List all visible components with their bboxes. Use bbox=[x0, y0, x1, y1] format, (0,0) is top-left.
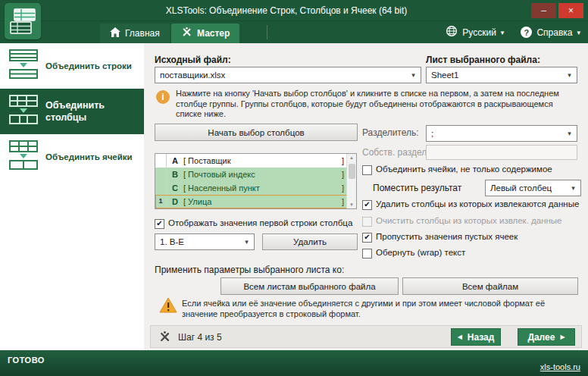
checkbox-merge-cells[interactable]: ✔ Объединить ячейки, не только содержимо… bbox=[362, 164, 552, 175]
next-button[interactable]: Далее ▶ bbox=[518, 328, 575, 346]
chevron-down-icon: ▾ bbox=[577, 29, 580, 36]
checkbox-clear-columns: ✔ Очистить столбцы из которых извлек. да… bbox=[362, 216, 562, 227]
column-letter: D bbox=[167, 197, 183, 206]
merge-rows-icon bbox=[8, 49, 39, 83]
checkbox-box: ✔ bbox=[362, 233, 372, 243]
checkbox-box: ✔ bbox=[362, 165, 372, 175]
globe-icon bbox=[446, 25, 458, 39]
home-icon bbox=[110, 27, 120, 39]
column-bracket: ] bbox=[342, 183, 344, 193]
nav-separator bbox=[267, 25, 267, 39]
scroll-up-icon[interactable]: ▲ bbox=[347, 154, 356, 161]
checkbox-box: ✔ bbox=[362, 200, 372, 210]
columns-scrollbar[interactable]: ▲ ▼ bbox=[346, 154, 356, 208]
warning-text: Если ячейка или её значение объединяется… bbox=[182, 299, 579, 319]
merge-columns-icon bbox=[8, 95, 39, 128]
scrollbar-thumb[interactable] bbox=[349, 164, 355, 179]
checkbox-box: ✔ bbox=[362, 249, 372, 258]
tab-home[interactable]: Главная bbox=[100, 24, 170, 43]
place-result-select[interactable]: Левый столбец ▾ bbox=[485, 180, 581, 196]
delete-group-button[interactable]: Удалить bbox=[262, 233, 358, 250]
status-text: ГОТОВО bbox=[8, 356, 45, 365]
source-file-select[interactable]: поставщики.xlsx ▾ bbox=[155, 67, 421, 83]
window-title: XLSTools: Объединение Строк, Столбцов и … bbox=[45, 5, 527, 16]
sheet-value: Sheet1 bbox=[431, 70, 565, 80]
checkbox-skip-empty[interactable]: ✔ Пропустить значения пустых ячеек bbox=[362, 232, 518, 243]
row-gutter bbox=[155, 168, 167, 181]
sheet-select[interactable]: Sheet1 ▾ bbox=[426, 67, 577, 83]
sidebar-item-merge-rows[interactable]: Объединить строки bbox=[0, 43, 144, 89]
website-link[interactable]: xls-tools.ru bbox=[540, 362, 580, 371]
minimize-button[interactable]: – bbox=[531, 3, 556, 18]
column-row-a[interactable]: A [ Поставщик ] bbox=[155, 154, 356, 168]
column-letter: B bbox=[167, 170, 183, 179]
custom-separator-input[interactable] bbox=[426, 145, 577, 160]
sidebar-item-merge-cells[interactable]: Объединить ячейки bbox=[0, 134, 144, 180]
separator-label: Разделитель: bbox=[362, 127, 419, 138]
language-selector[interactable]: Русский ▾ bbox=[446, 25, 504, 39]
checkbox-show-first-row[interactable]: ✔ Отображать значения первой строки стол… bbox=[155, 218, 352, 229]
tab-home-label: Главная bbox=[125, 28, 160, 39]
back-label: Назад bbox=[468, 332, 495, 343]
apply-all-files-button[interactable]: Всем файлам bbox=[402, 277, 578, 295]
chevron-down-icon: ▾ bbox=[501, 29, 505, 36]
chevron-down-icon: ▾ bbox=[242, 238, 252, 246]
help-menu[interactable]: ? Справка ▾ bbox=[521, 27, 580, 38]
place-result-label: Поместить результат bbox=[373, 183, 461, 193]
checkbox-label: Отображать значения первой строки столбц… bbox=[168, 218, 352, 227]
column-row-c[interactable]: C [ Населенный пункт ] bbox=[155, 181, 356, 195]
column-value: [ Поставщик bbox=[183, 156, 342, 165]
scroll-down-icon[interactable]: ▼ bbox=[347, 201, 356, 208]
columns-list: A [ Поставщик ] B [ Почтовый индекс ] C … bbox=[155, 153, 357, 209]
tab-master[interactable]: Мастер bbox=[171, 24, 239, 43]
info-icon: i bbox=[156, 90, 170, 104]
app-logo-icon bbox=[5, 3, 41, 39]
chevron-down-icon: ▾ bbox=[565, 71, 574, 79]
back-button[interactable]: ◀ Назад bbox=[451, 328, 501, 346]
close-button[interactable]: × bbox=[558, 3, 583, 18]
column-row-d[interactable]: 1 D [ Улица ] bbox=[155, 195, 356, 208]
chevron-down-icon: ▾ bbox=[408, 71, 418, 79]
language-label: Русский bbox=[462, 27, 496, 38]
wizard-footer: Шаг 4 из 5 ◀ Назад Далее ▶ bbox=[150, 325, 582, 348]
navbar: Главная Мастер bbox=[0, 21, 588, 43]
checkbox-label: Объединить ячейки, не только содержимое bbox=[376, 164, 552, 174]
column-bracket: ] bbox=[342, 197, 344, 206]
checkbox-wrap-text[interactable]: ✔ Обернуть (wrap) текст bbox=[362, 248, 465, 258]
column-group-select[interactable]: 1. B-E ▾ bbox=[155, 233, 255, 250]
row-gutter: 1 bbox=[155, 195, 167, 208]
window-controls: – × bbox=[531, 3, 583, 18]
app-window: XLSTools: Объединение Строк, Столбцов и … bbox=[0, 0, 588, 376]
statusbar: ГОТОВО xls-tools.ru bbox=[0, 350, 588, 376]
sidebar-item-merge-columns[interactable]: Объединить столбцы bbox=[0, 89, 144, 134]
checkbox-label: Очистить столбцы из которых извлек. данн… bbox=[376, 216, 562, 225]
wizard-wand-icon bbox=[158, 331, 171, 346]
separator-select[interactable]: ; ▾ bbox=[426, 125, 577, 142]
nav-right: Русский ▾ ? Справка ▾ bbox=[446, 21, 580, 43]
next-label: Далее bbox=[527, 332, 555, 343]
warning-icon bbox=[159, 297, 177, 316]
help-label: Справка bbox=[536, 27, 572, 38]
apply-all-sheets-button[interactable]: Всем листам выбранного файла bbox=[220, 277, 399, 295]
row-gutter bbox=[155, 154, 167, 168]
column-row-b[interactable]: B [ Почтовый индекс ] bbox=[155, 168, 356, 181]
source-file-label: Исходный файл: bbox=[155, 55, 231, 65]
start-column-selection-button[interactable]: Начать выбор столбцов bbox=[155, 124, 358, 141]
tab-master-label: Мастер bbox=[197, 28, 230, 39]
help-icon: ? bbox=[521, 27, 532, 38]
back-icon: ◀ bbox=[458, 334, 462, 340]
column-value: [ Населенный пункт bbox=[183, 183, 342, 193]
checkbox-box: ✔ bbox=[362, 217, 372, 227]
sheet-label: Лист выбранного файла: bbox=[426, 55, 540, 65]
column-value: [ Почтовый индекс bbox=[183, 170, 342, 179]
wand-icon bbox=[181, 27, 192, 40]
column-bracket: ] bbox=[342, 170, 344, 179]
step-indicator: Шаг 4 из 5 bbox=[178, 332, 222, 343]
chevron-down-icon: ▾ bbox=[568, 184, 578, 192]
apply-params-label: Применить параметры выбранного листа ко: bbox=[155, 265, 344, 275]
column-bracket: ] bbox=[342, 156, 344, 165]
merge-cells-icon bbox=[8, 140, 39, 174]
column-letter: A bbox=[167, 156, 183, 165]
main-panel: Исходный файл: Лист выбранного файла: по… bbox=[144, 43, 588, 350]
checkbox-delete-columns[interactable]: ✔ Удалить столбцы из которых извлекаются… bbox=[362, 199, 579, 210]
